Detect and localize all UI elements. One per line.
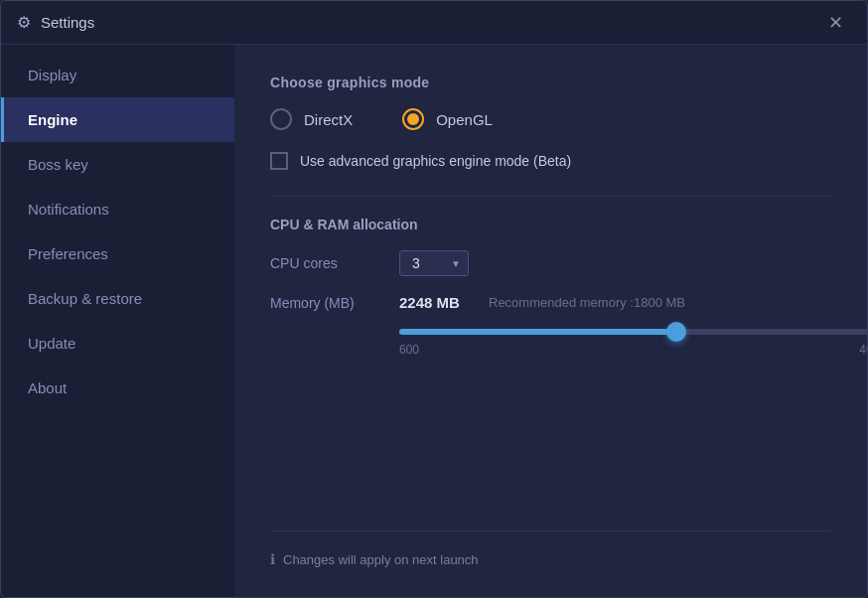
opengl-radio[interactable] [402,108,424,130]
directx-radio[interactable] [270,108,292,130]
engine-panel: Choose graphics mode DirectX OpenGL Use … [234,45,867,597]
slider-range: 600 4035 [399,343,867,357]
slider-thumb[interactable] [666,322,686,342]
memory-slider-track[interactable] [399,329,867,335]
sidebar-item-backup-restore[interactable]: Backup & restore [1,276,234,321]
main-content: Display Engine Boss key Notifications Pr… [1,45,867,597]
sidebar: Display Engine Boss key Notifications Pr… [1,45,234,597]
directx-option[interactable]: DirectX [270,108,353,130]
sidebar-item-update[interactable]: Update [1,321,234,366]
advanced-mode-label: Use advanced graphics engine mode (Beta) [300,153,571,169]
titlebar: ⚙ Settings ✕ [1,1,867,45]
directx-label: DirectX [304,111,353,128]
settings-icon: ⚙ [17,13,31,32]
graphics-options: DirectX OpenGL [270,108,831,130]
footer: ℹ Changes will apply on next launch [270,530,831,567]
cpu-cores-select[interactable]: 1 2 3 4 6 8 [399,250,469,276]
memory-value: 2248 MB [399,294,489,311]
graphics-section-title: Choose graphics mode [270,75,831,90]
sidebar-item-boss-key[interactable]: Boss key [1,142,234,187]
slider-min-label: 600 [399,343,419,357]
cpu-row: CPU cores 1 2 3 4 6 8 ▼ [270,250,831,276]
allocation-section: CPU & RAM allocation CPU cores 1 2 3 4 6… [270,196,831,357]
footer-text: Changes will apply on next launch [283,552,479,567]
memory-label: Memory (MB) [270,295,399,311]
settings-window: ⚙ Settings ✕ Display Engine Boss key Not… [0,0,868,598]
cpu-label: CPU cores [270,255,399,271]
slider-fill [399,329,676,335]
allocation-title: CPU & RAM allocation [270,217,831,232]
advanced-mode-row[interactable]: Use advanced graphics engine mode (Beta) [270,152,831,170]
slider-max-label: 4035 [859,343,867,357]
memory-slider-container: 600 4035 [399,329,831,357]
info-icon: ℹ [270,551,275,567]
opengl-label: OpenGL [436,111,493,128]
window-title: Settings [41,14,820,31]
recommended-memory: Recommended memory :1800 MB [489,295,685,310]
opengl-option[interactable]: OpenGL [402,108,493,130]
sidebar-item-preferences[interactable]: Preferences [1,231,234,276]
sidebar-item-notifications[interactable]: Notifications [1,187,234,231]
sidebar-item-display[interactable]: Display [1,53,234,97]
sidebar-item-about[interactable]: About [1,366,234,410]
sidebar-item-engine[interactable]: Engine [1,97,234,142]
advanced-mode-checkbox[interactable] [270,152,288,170]
memory-row: Memory (MB) 2248 MB Recommended memory :… [270,294,831,311]
close-button[interactable]: ✕ [820,10,851,36]
cpu-select-wrapper: 1 2 3 4 6 8 ▼ [399,250,469,276]
